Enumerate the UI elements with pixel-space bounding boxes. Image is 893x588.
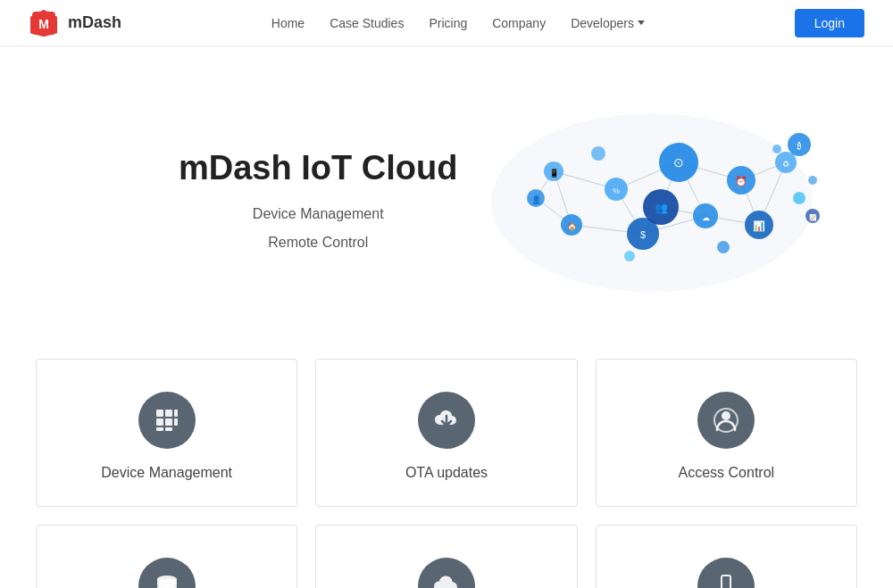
built-in-database-icon xyxy=(138,558,196,588)
feature-label-access-control: Access Control xyxy=(679,465,775,481)
svg-text:⊙: ⊙ xyxy=(673,155,684,170)
svg-text:📈: 📈 xyxy=(809,213,817,221)
feature-card-rest-api[interactable]: REST API xyxy=(315,525,577,588)
hero-illustration: ⊙ $ ⏰ 📊 % ☁ ♻ 🏠 📱 👤 👥 xyxy=(482,100,822,305)
svg-rect-54 xyxy=(156,410,163,417)
svg-text:M: M xyxy=(38,17,49,31)
svg-rect-59 xyxy=(174,418,178,426)
brand[interactable]: M mDash xyxy=(29,8,121,38)
svg-rect-58 xyxy=(174,410,178,417)
nav-links: Home Case Studies Pricing Company Develo… xyxy=(271,15,645,31)
svg-point-48 xyxy=(772,145,781,153)
svg-text:📱: 📱 xyxy=(549,168,560,178)
feature-card-web-mobile-app[interactable]: Web/Mobile App xyxy=(596,525,857,588)
hero-section: mDash IoT Cloud Device Management Remote… xyxy=(0,46,893,341)
hero-title: mDash IoT Cloud xyxy=(179,149,457,187)
feature-label-device-management: Device Management xyxy=(101,465,232,481)
hero-subtitle: Device Management Remote Control xyxy=(179,200,457,257)
iot-network-svg: ⊙ $ ⏰ 📊 % ☁ ♻ 🏠 📱 👤 👥 xyxy=(482,100,822,305)
svg-rect-55 xyxy=(165,410,172,417)
svg-point-44 xyxy=(793,192,805,204)
svg-rect-56 xyxy=(156,418,163,426)
svg-rect-57 xyxy=(165,418,172,426)
nav-company[interactable]: Company xyxy=(492,15,546,31)
svg-rect-73 xyxy=(722,576,730,588)
svg-rect-61 xyxy=(165,427,172,431)
rest-api-icon xyxy=(418,558,475,588)
web-mobile-app-icon xyxy=(697,558,755,588)
features-grid: Device Management OTA updates xyxy=(36,359,857,588)
access-control-icon xyxy=(697,392,755,449)
login-button[interactable]: Login xyxy=(795,9,864,37)
logo-icon: M xyxy=(29,8,59,38)
svg-text:$: $ xyxy=(640,229,646,240)
svg-point-47 xyxy=(624,251,635,261)
svg-point-45 xyxy=(591,146,605,161)
svg-text:♻: ♻ xyxy=(782,160,789,169)
feature-label-ota-updates: OTA updates xyxy=(405,465,488,481)
feature-card-ota-updates[interactable]: OTA updates xyxy=(315,359,577,507)
svg-text:⏰: ⏰ xyxy=(735,175,747,187)
feature-card-built-in-database[interactable]: Built-in Database xyxy=(36,525,297,588)
svg-text:☁: ☁ xyxy=(702,213,710,222)
feature-card-access-control[interactable]: Access Control xyxy=(596,359,857,507)
nav-pricing[interactable]: Pricing xyxy=(429,15,467,31)
svg-point-49 xyxy=(808,176,817,185)
nav-case-studies[interactable]: Case Studies xyxy=(330,15,404,31)
navbar: M mDash Home Case Studies Pricing Compan… xyxy=(0,0,893,46)
feature-card-device-management[interactable]: Device Management xyxy=(36,359,297,507)
svg-text:👥: 👥 xyxy=(655,201,668,214)
chevron-down-icon xyxy=(638,21,645,25)
features-section: Device Management OTA updates xyxy=(0,341,893,588)
svg-text:₿: ₿ xyxy=(797,141,802,151)
svg-text:👤: 👤 xyxy=(531,195,542,205)
svg-text:%: % xyxy=(613,186,620,195)
device-management-icon xyxy=(138,392,196,449)
svg-rect-60 xyxy=(156,427,163,431)
ota-updates-icon xyxy=(418,392,475,449)
nav-home[interactable]: Home xyxy=(271,15,305,31)
brand-name: mDash xyxy=(68,13,121,32)
svg-point-63 xyxy=(722,411,730,420)
svg-text:📊: 📊 xyxy=(753,219,765,232)
svg-point-46 xyxy=(717,241,730,253)
hero-text: mDash IoT Cloud Device Management Remote… xyxy=(179,149,457,257)
nav-developers[interactable]: Developers xyxy=(571,16,645,30)
svg-text:🏠: 🏠 xyxy=(567,221,578,232)
